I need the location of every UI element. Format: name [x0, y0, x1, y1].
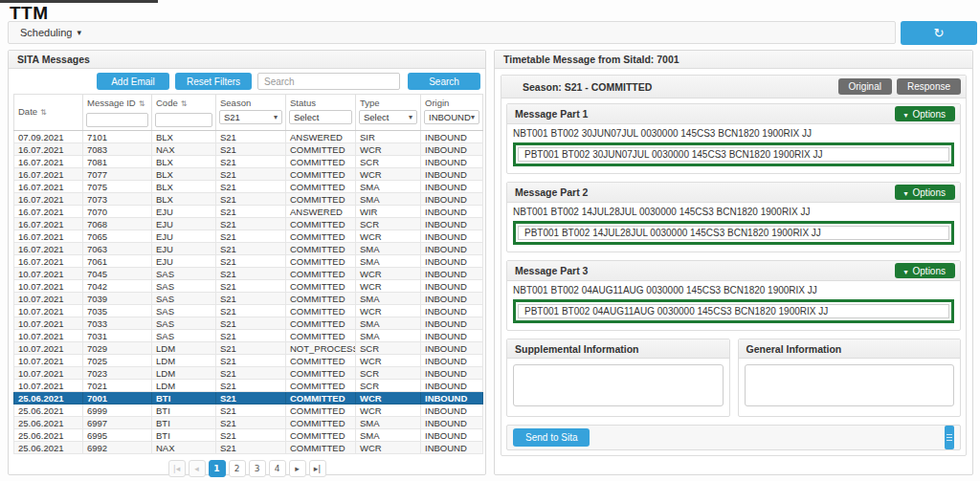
- search-input[interactable]: [257, 73, 400, 90]
- table-row[interactable]: 16.07.20217065EJUS21COMMITTEDWCRINBOUND: [14, 230, 483, 243]
- table-row[interactable]: 16.07.20217061EJUS21COMMITTEDSMAINBOUND: [14, 255, 483, 268]
- table-row[interactable]: 10.07.20217042SASS21COMMITTEDWCRINBOUND: [14, 280, 483, 293]
- table-row[interactable]: 10.07.20217029LDMS21NOT_PROCESSEDSCRINBO…: [14, 342, 483, 355]
- message-part-title: Message Part 2: [515, 186, 895, 198]
- proposed-message-input[interactable]: PBT001 BT002 04AUG11AUG 0030000 145CS3 B…: [518, 304, 949, 318]
- paginator-page-2[interactable]: 2: [229, 460, 246, 477]
- sort-icon[interactable]: ⇅: [181, 99, 188, 108]
- cell-status: COMMITTED: [286, 255, 356, 268]
- table-row[interactable]: 16.07.20217081BLXS21COMMITTEDSCRINBOUND: [14, 156, 483, 168]
- origin-filter-select[interactable]: INBOUND▾: [424, 110, 479, 124]
- code-filter-input[interactable]: [155, 113, 212, 127]
- table-row[interactable]: 25.06.20216999BTIS21COMMITTEDWCRINBOUND: [14, 404, 483, 417]
- table-row[interactable]: 07.09.20217101BLXS21ANSWEREDSIRINBOUND: [14, 131, 483, 143]
- message-id-filter-input[interactable]: [86, 113, 148, 127]
- grip-icon[interactable]: [945, 426, 954, 449]
- table-row[interactable]: 16.07.20217070EJUS21ANSWEREDWIRINBOUND: [14, 206, 483, 218]
- season-wrapper: Season: S21 - COMMITTED Original Respons…: [501, 75, 967, 456]
- cell-season: S21: [216, 293, 286, 305]
- options-button[interactable]: ▾Options: [895, 106, 955, 121]
- supplemental-information-panel: Supplemental Information: [506, 339, 730, 417]
- cell-date: 16.07.2021: [14, 168, 83, 181]
- table-row[interactable]: 25.06.20216995BTIS21COMMITTEDSMAINBOUND: [14, 429, 483, 442]
- paginator-page-1[interactable]: 1: [209, 460, 226, 477]
- add-email-button[interactable]: Add Email: [97, 73, 169, 90]
- table-row[interactable]: 25.06.20216997BTIS21COMMITTEDSMAINBOUND: [14, 417, 483, 429]
- send-bar: Send to Sita: [506, 425, 961, 450]
- table-row[interactable]: 16.07.20217063EJUS21COMMITTEDSMAINBOUND: [14, 243, 483, 255]
- cell-status: COMMITTED: [286, 429, 356, 442]
- cell-code: EJU: [152, 255, 216, 268]
- filter-value: Select: [294, 112, 319, 122]
- table-row[interactable]: 10.07.20217033SASS21COMMITTEDSMAINBOUND: [14, 317, 483, 330]
- column-header-message-id[interactable]: Message ID⇅: [83, 95, 152, 131]
- table-row[interactable]: 16.07.20217073BLXS21COMMITTEDSMAINBOUND: [14, 193, 483, 206]
- season-filter-select[interactable]: S21▾: [219, 110, 282, 124]
- column-label: Type: [359, 97, 417, 110]
- chevron-down-icon: ▾: [409, 113, 412, 121]
- cell-message-id: 7031: [83, 330, 152, 342]
- options-button[interactable]: ▾Options: [895, 263, 955, 278]
- column-label: Season: [219, 97, 282, 110]
- table-row[interactable]: 10.07.20217021LDMS21COMMITTEDSCRINBOUND: [14, 380, 483, 392]
- cell-type: SCR: [356, 380, 421, 392]
- type-filter-select[interactable]: Select▾: [359, 110, 417, 124]
- table-row[interactable]: 16.07.20217068EJUS21COMMITTEDSCRINBOUND: [14, 218, 483, 230]
- status-filter-select[interactable]: Select: [289, 110, 352, 124]
- table-row[interactable]: 25.06.20217001BTIS21COMMITTEDWCRINBOUND: [14, 392, 483, 404]
- scheduling-dropdown[interactable]: Scheduling ▾: [8, 21, 896, 44]
- cell-date: 10.07.2021: [14, 305, 83, 317]
- table-row[interactable]: 10.07.20217045SASS21COMMITTEDWCRINBOUND: [14, 268, 483, 280]
- send-to-sita-button[interactable]: Send to Sita: [513, 428, 590, 447]
- season-bar: Season: S21 - COMMITTED Original Respons…: [501, 76, 966, 98]
- supplemental-information-textarea[interactable]: [513, 364, 724, 406]
- column-header-code[interactable]: Code⇅: [152, 95, 216, 131]
- paginator-page-4[interactable]: 4: [269, 460, 286, 477]
- response-button[interactable]: Response: [897, 78, 961, 95]
- column-header-type: TypeSelect▾: [356, 95, 421, 131]
- table-row[interactable]: 10.07.20217039SASS21COMMITTEDSMAINBOUND: [14, 293, 483, 305]
- sort-icon[interactable]: ⇅: [139, 99, 145, 108]
- table-row[interactable]: 10.07.20217035SASS21COMMITTEDWCRINBOUND: [14, 305, 483, 317]
- cell-code: NAX: [152, 442, 216, 454]
- reset-filters-button[interactable]: Reset Filters: [175, 73, 252, 90]
- chevron-down-icon: ▾: [904, 189, 908, 198]
- search-button[interactable]: Search: [408, 73, 480, 90]
- table-row[interactable]: 25.06.20216992NAXS21COMMITTEDWCRINBOUND: [14, 442, 483, 454]
- cell-season: S21: [216, 392, 286, 404]
- paginator-next-button[interactable]: ▸: [289, 460, 306, 477]
- sort-icon[interactable]: ⇅: [40, 108, 47, 117]
- cell-season: S21: [216, 342, 286, 355]
- cell-message-id: 7061: [83, 255, 152, 268]
- cell-status: COMMITTED: [286, 181, 356, 193]
- general-information-textarea[interactable]: [745, 364, 955, 406]
- cell-code: SAS: [152, 293, 216, 305]
- message-parts-container: Message Part 1 ▾Options NBT001 BT002 30J…: [501, 98, 966, 455]
- table-row[interactable]: 10.07.20217025LDMS21COMMITTEDWCRINBOUND: [14, 355, 483, 367]
- table-row[interactable]: 10.07.20217023LDMS21COMMITTEDSCRINBOUND: [14, 367, 483, 380]
- proposed-message-box: PBT001 BT002 14JUL28JUL 0030000 145CS3 B…: [513, 221, 954, 245]
- cell-season: S21: [216, 429, 286, 442]
- column-header-date[interactable]: Date⇅: [14, 95, 83, 131]
- proposed-message-input[interactable]: PBT001 BT002 14JUL28JUL 0030000 145CS3 B…: [518, 226, 949, 240]
- table-row[interactable]: 10.07.20217031SASS21COMMITTEDSMAINBOUND: [14, 330, 483, 342]
- cell-date: 16.07.2021: [14, 156, 83, 168]
- scheduling-dropdown-label: Scheduling: [20, 27, 72, 38]
- filter-value: S21: [224, 112, 240, 122]
- cell-type: SCR: [356, 218, 421, 230]
- original-button[interactable]: Original: [838, 78, 892, 95]
- table-row[interactable]: 16.07.20217083NAXS21COMMITTEDWCRINBOUND: [14, 143, 483, 156]
- table-row[interactable]: 16.07.20217075BLXS21COMMITTEDSMAINBOUND: [14, 181, 483, 193]
- table-row[interactable]: 16.07.20217077BLXS21COMMITTEDWCRINBOUND: [14, 168, 483, 181]
- proposed-message-input[interactable]: PBT001 BT002 30JUN07JUL 0030000 145CS3 B…: [518, 147, 949, 162]
- table-header-row: Date⇅Message ID⇅Code⇅SeasonS21▾StatusSel…: [14, 95, 483, 131]
- cell-origin: INBOUND: [421, 429, 483, 442]
- refresh-button[interactable]: ↻: [901, 21, 977, 45]
- cell-message-id: 7035: [83, 305, 152, 317]
- filter-value: INBOUND: [429, 112, 471, 122]
- options-button[interactable]: ▾Options: [895, 185, 955, 200]
- paginator-page-3[interactable]: 3: [249, 460, 266, 477]
- cell-type: WCR: [356, 230, 421, 243]
- cell-status: COMMITTED: [286, 230, 356, 243]
- paginator-last-button[interactable]: ▸|: [309, 460, 326, 477]
